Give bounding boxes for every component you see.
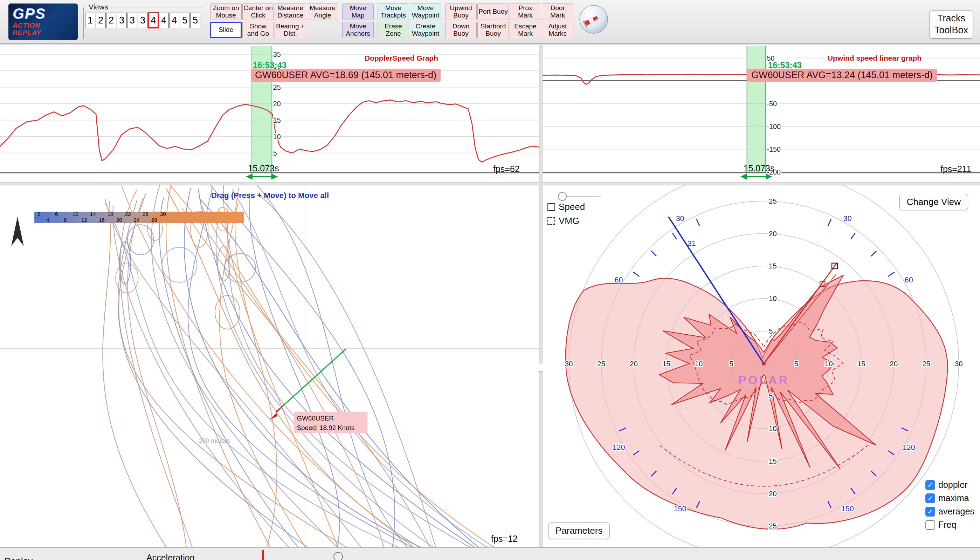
polar-slider-knob[interactable] [558,192,567,201]
toolbar-button-bearing-dist[interactable]: Bearing + Dist. [275,22,306,38]
polar-tick-label: 15 [769,262,777,270]
polar-diagram-panel: 5555101010101515151520202020252525253030… [543,185,980,547]
legend-label: Speed [559,202,585,212]
polar-angle-label: 150 [674,505,686,513]
parameters-button[interactable]: Parameters [548,523,610,539]
polar-angle-tick [696,219,699,226]
polar-tick-label: 15 [662,360,670,368]
timeline-knob[interactable] [334,552,343,560]
toolbar-button-down-buoy[interactable]: Down Buoy [445,22,477,38]
time-cursor-band[interactable] [747,46,766,173]
toolbar-button-zoom-on-mouse[interactable]: Zoom on Mouse [210,3,242,20]
view-button-3[interactable]: 2 [106,13,116,28]
toolbar-button-door-mark[interactable]: Door Mark [542,3,573,20]
checkbox-label: doppler [938,480,967,490]
view-button-7[interactable]: 4 [148,13,158,28]
toolbar-button-move-map[interactable]: Move Map [342,3,374,20]
polar-angle-label: 60 [615,276,623,284]
polar-tick-label: 5 [769,327,772,335]
toolbar-button-erase-zone[interactable]: Erase Zone [377,22,409,38]
toolbar-button-measure-angle[interactable]: Measure Angle [307,3,338,20]
view-button-1[interactable]: 1 [85,13,95,28]
toolbar-button-show-and-go[interactable]: Show and Go [243,22,274,38]
timeline-cursor-tick[interactable] [262,550,264,560]
gps-tracks [103,185,500,547]
view-button-10[interactable]: 5 [180,13,190,28]
toolbar-button-move-anchors[interactable]: Move Anchors [342,22,374,38]
view-button-5[interactable]: 3 [127,13,137,28]
views-label: Views [86,3,110,11]
polar-angle-label: 120 [613,443,625,452]
toolbar-button-adjust-marks[interactable]: Adjust Marks [542,22,573,38]
polar-tick-label: 5 [769,392,772,400]
y-tick-label: 10 [273,133,281,140]
map-drag-hint: Drag (Press + Move) to Move all [211,191,329,200]
polar-tick-label: 10 [825,360,833,368]
acceleration-label: Acceleration [146,553,195,560]
polar-legend-vmg[interactable]: VMG [547,215,585,227]
upwind-cursor-seconds: 15.073s [744,163,775,173]
polar-tick-label: 25 [769,522,777,530]
polar-tick-label: 25 [597,360,605,368]
polar-angle-label: 30 [676,215,684,223]
view-button-6[interactable]: 3 [138,13,148,28]
change-view-button[interactable]: Change View [899,194,968,210]
svg-text:12: 12 [81,217,87,223]
doppler-cursor-seconds: 15.073s [248,163,279,173]
toolbar-button-starbord-buoy[interactable]: Starbord Buoy [477,22,509,38]
chart-splitter[interactable] [540,45,543,182]
toolbar-button-center-on-click[interactable]: Center on Click [243,3,274,20]
toolbar-button-measure-distance[interactable]: Measure Distance [275,3,306,20]
view-button-2[interactable]: 2 [96,13,106,28]
north-arrow-icon [11,217,24,246]
y-tick-label: -100 [767,123,781,130]
toolbar-button-create-waypoint[interactable]: Create Waypoint [410,22,441,38]
gps-action-replay-window: GPS ACTION REPLAY Views 12233344455 Zoom… [0,0,980,560]
checkbox-unchecked-icon[interactable] [925,520,935,530]
replay-label[interactable]: Replay [4,556,33,560]
checkbox-checked-icon[interactable]: ✓ [925,493,935,503]
polar-checkbox-averages[interactable]: ✓averages [925,507,974,517]
toolbar-button-upwind-buoy[interactable]: Upwind Buoy [445,3,477,20]
polar-center-label: POLAR [738,373,789,387]
map-scale-text: 200 meters [199,437,230,444]
legend-label: VMG [559,215,579,227]
y-tick-label: 5 [273,149,277,157]
tracks-toolbox-button[interactable]: Tracks ToolBox [930,10,973,38]
polar-tick-label: 5 [729,360,733,368]
toolbar-button-port-buoy[interactable]: Port Buoy [477,3,509,20]
polar-canvas[interactable]: 5555101010101515151520202020252525253030… [543,185,980,547]
checkbox-checked-icon[interactable]: ✓ [925,480,935,490]
map-fps-label: fps=12 [491,534,518,544]
polar-tick-label: 15 [857,360,865,368]
polar-checkbox-doppler[interactable]: ✓doppler [925,480,974,490]
upwind-fps-label: fps=211 [940,164,971,174]
view-button-9[interactable]: 4 [169,13,179,28]
windsock-icon[interactable] [579,4,609,34]
polar-pointer-value: 31 [688,239,696,248]
polar-tick-label: 10 [695,360,703,368]
dashed-square-icon [547,217,555,225]
polar-legend-speed[interactable]: Speed [547,202,585,212]
splitter-grip[interactable] [539,364,543,372]
polar-slider-track[interactable] [563,196,601,197]
view-button-11[interactable]: 5 [190,13,200,28]
toolbar-button-prox-mark[interactable]: Prox Mark [510,3,541,20]
polar-checkbox-maxima[interactable]: ✓maxima [925,493,974,503]
svg-text:18: 18 [108,211,113,217]
view-button-4[interactable]: 3 [116,13,127,28]
toolbar-button-move-waypoint[interactable]: Move Waypoint [410,3,441,20]
view-button-8[interactable]: 4 [159,13,169,28]
doppler-chart-title: DopplerSpeed Graph [365,54,438,62]
toolbar-button-slide[interactable]: Slide [210,22,242,38]
toolbar-row-1: Zoom on MouseCenter on ClickMeasure Dist… [210,3,574,20]
upwind-chart-canvas[interactable]: 50-50-100-150-200 [543,45,980,182]
polar-checkbox-freq[interactable]: Freq [925,520,974,530]
map-canvas[interactable]: Drag (Press + Move) to Move all 26101418… [0,185,540,547]
polar-tick-label: 10 [769,424,777,432]
toolbar-button-escape-mark[interactable]: Escape Mark [510,22,541,38]
toolbar-button-move-trackpts[interactable]: Move Trackpts [377,3,409,20]
checkbox-checked-icon[interactable]: ✓ [925,507,935,517]
horizontal-splitter[interactable] [0,182,980,185]
upwind-avg-badge: GW60USER AVG=13.24 (145.01 meters-d) [747,69,937,82]
